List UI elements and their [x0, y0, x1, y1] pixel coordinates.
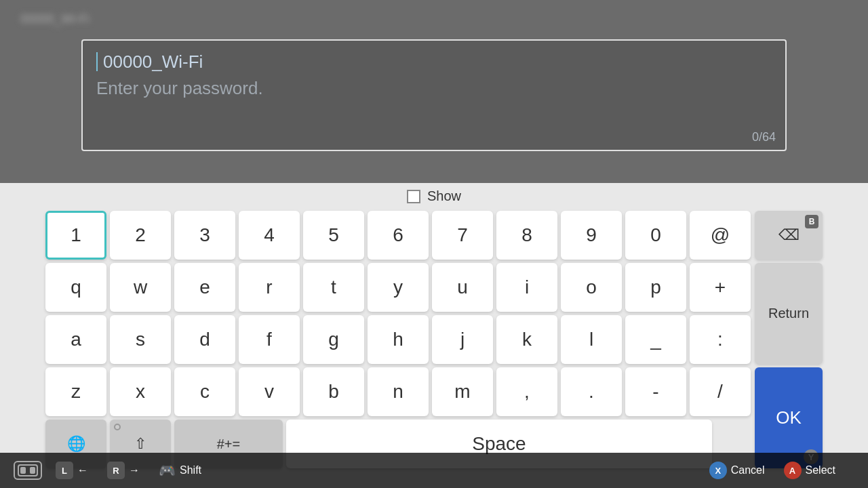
key-i[interactable]: i — [496, 263, 557, 312]
key-k[interactable]: k — [496, 315, 557, 364]
key-w[interactable]: w — [110, 263, 171, 312]
key-j[interactable]: j — [432, 315, 493, 364]
char-count: 0/64 — [752, 130, 776, 144]
key-hyphen[interactable]: - — [625, 367, 686, 416]
left-arrow-label: ← — [77, 464, 88, 476]
key-h[interactable]: h — [368, 315, 429, 364]
show-row: Show — [407, 188, 461, 204]
key-3[interactable]: 3 — [174, 211, 235, 260]
asdf-row: a s d f g h j k l _ : — [45, 315, 751, 364]
key-z[interactable]: z — [45, 367, 106, 416]
key-at[interactable]: @ — [690, 211, 751, 260]
key-u[interactable]: u — [432, 263, 493, 312]
r-arrow-group: R → — [107, 462, 140, 479]
key-y[interactable]: y — [368, 263, 429, 312]
password-placeholder: Enter your password. — [96, 78, 772, 99]
right-arrow-label: → — [129, 464, 140, 476]
keys-main: 1 2 3 4 5 6 7 8 9 0 @ q w e r t y u — [45, 211, 751, 468]
qwerty-row: q w e r t y u i o p + — [45, 263, 751, 312]
key-8[interactable]: 8 — [496, 211, 557, 260]
text-cursor — [96, 52, 98, 71]
key-l[interactable]: l — [561, 315, 622, 364]
key-r[interactable]: r — [239, 263, 300, 312]
r-button-badge: R — [107, 462, 125, 479]
keyboard-container: 1 2 3 4 5 6 7 8 9 0 @ q w e r t y u — [45, 211, 823, 468]
backspace-wrapper: ⌫ B — [755, 211, 823, 260]
shift-group: 🎮 Shift — [159, 462, 201, 479]
password-input-box[interactable]: 00000_Wi-Fi Enter your password. 0/64 — [81, 39, 787, 151]
key-2[interactable]: 2 — [110, 211, 171, 260]
zxcv-row: z x c v b n m , . - / — [45, 367, 751, 416]
keys-side: ⌫ B Return OK Y — [755, 211, 823, 468]
key-s[interactable]: s — [110, 315, 171, 364]
key-n[interactable]: n — [368, 367, 429, 416]
a-button-badge: A — [784, 462, 802, 479]
cancel-label: Cancel — [731, 464, 765, 476]
key-period[interactable]: . — [561, 367, 622, 416]
key-colon[interactable]: : — [690, 315, 751, 364]
svg-rect-1 — [20, 467, 26, 474]
key-0[interactable]: 0 — [625, 211, 686, 260]
shift-controller-icon: 🎮 — [159, 462, 176, 479]
key-x[interactable]: x — [110, 367, 171, 416]
key-4[interactable]: 4 — [239, 211, 300, 260]
key-c[interactable]: c — [174, 367, 235, 416]
l-arrow-group: L ← — [56, 462, 88, 479]
network-name-blurred: 00000_Wi-Fi — [20, 12, 90, 26]
key-1[interactable]: 1 — [45, 211, 106, 260]
return-key[interactable]: Return — [755, 263, 823, 364]
shift-bottom-label: Shift — [180, 464, 201, 476]
key-9[interactable]: 9 — [561, 211, 622, 260]
key-v[interactable]: v — [239, 367, 300, 416]
key-m[interactable]: m — [432, 367, 493, 416]
key-b[interactable]: b — [303, 367, 364, 416]
keyboard-area: Show 1 2 3 4 5 6 7 8 9 0 @ q w e — [0, 183, 868, 488]
key-e[interactable]: e — [174, 263, 235, 312]
switch-icon — [14, 461, 42, 480]
key-p[interactable]: p — [625, 263, 686, 312]
top-area: 00000_Wi-Fi 00000_Wi-Fi Enter your passw… — [0, 0, 868, 183]
key-t[interactable]: t — [303, 263, 364, 312]
show-checkbox[interactable] — [407, 190, 420, 203]
key-f[interactable]: f — [239, 315, 300, 364]
network-name-display: 00000_Wi-Fi — [96, 52, 772, 73]
b-badge: B — [805, 215, 818, 228]
key-q[interactable]: q — [45, 263, 106, 312]
l-button-badge: L — [56, 462, 73, 479]
bottom-bar: L ← R → 🎮 Shift X Cancel A Select — [0, 453, 868, 488]
select-group[interactable]: A Select — [784, 462, 835, 479]
key-underscore[interactable]: _ — [625, 315, 686, 364]
key-7[interactable]: 7 — [432, 211, 493, 260]
key-slash[interactable]: / — [690, 367, 751, 416]
key-o[interactable]: o — [561, 263, 622, 312]
key-6[interactable]: 6 — [368, 211, 429, 260]
key-g[interactable]: g — [303, 315, 364, 364]
x-button-badge: X — [709, 462, 727, 479]
key-comma[interactable]: , — [496, 367, 557, 416]
key-d[interactable]: d — [174, 315, 235, 364]
cancel-group: X Cancel — [709, 462, 765, 479]
svg-rect-2 — [30, 467, 35, 474]
key-5[interactable]: 5 — [303, 211, 364, 260]
key-plus[interactable]: + — [690, 263, 751, 312]
number-row: 1 2 3 4 5 6 7 8 9 0 @ — [45, 211, 751, 260]
show-label: Show — [427, 188, 461, 204]
select-label: Select — [806, 464, 835, 476]
key-a[interactable]: a — [45, 315, 106, 364]
